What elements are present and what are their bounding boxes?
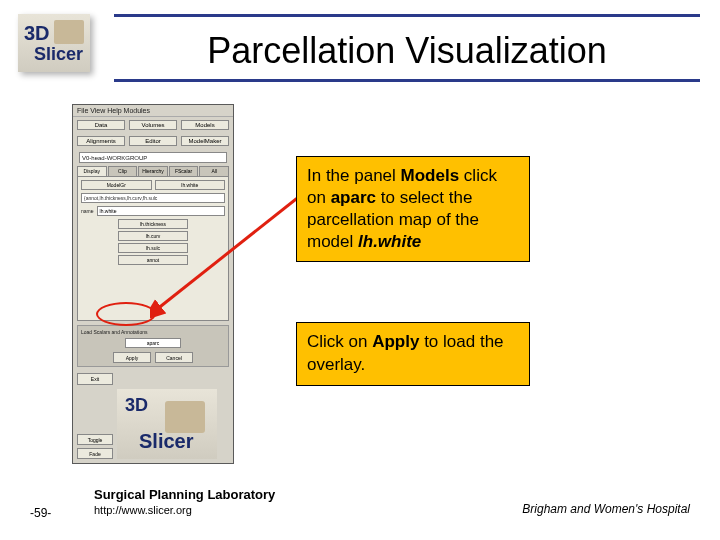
- lab-url: http://www.slicer.org: [94, 504, 275, 516]
- models-panel: ModelGr lh.white {annot,lh.thickness,lh.…: [77, 176, 229, 321]
- name-input[interactable]: lh.white: [97, 206, 225, 216]
- toggle-button[interactable]: Toggle: [77, 434, 113, 445]
- modelgr-selector[interactable]: ModelGr: [81, 180, 152, 190]
- footer-hospital: Brigham and Women's Hospital: [522, 502, 690, 516]
- slide-header: 3D Slicer Parcellation Visualization: [18, 14, 700, 82]
- logo-image-icon: [54, 20, 84, 44]
- slide-title: Parcellation Visualization: [114, 30, 700, 72]
- name-label: name: [81, 208, 94, 214]
- tab-hierarchy[interactable]: Hierarchy: [138, 166, 168, 176]
- footer-left: Surgical Planning Laboratory http://www.…: [94, 487, 275, 516]
- scalars-field[interactable]: {annot,lh.thickness,lh.curv,fh.sulc: [81, 193, 225, 203]
- tab-clip[interactable]: Clip: [108, 166, 138, 176]
- instruction-callout-1: In the panel Models click on aparc to se…: [296, 156, 530, 262]
- scalar-item[interactable]: lh.sulc: [118, 243, 188, 253]
- minilogo-text-top: 3D: [125, 395, 148, 416]
- minilogo-text-bottom: Slicer: [139, 430, 193, 453]
- scalar-item[interactable]: annot: [118, 255, 188, 265]
- scalar-item[interactable]: lh.thickness: [118, 219, 188, 229]
- volumes-button[interactable]: Volumes: [129, 120, 177, 130]
- tab-fscalar[interactable]: FScalar: [169, 166, 199, 176]
- editor-button[interactable]: Editor: [129, 136, 177, 146]
- cancel-button[interactable]: Cancel: [155, 352, 193, 363]
- app-bottom-section: Exit Toggle Fade 3D Slicer: [77, 373, 229, 459]
- tab-all[interactable]: All: [199, 166, 229, 176]
- slicer-logo: 3D Slicer: [18, 14, 90, 72]
- modelmaker-button[interactable]: ModelMaker: [181, 136, 229, 146]
- header-rule-top: [114, 14, 700, 17]
- workgroup-dropdown[interactable]: V0-head-WORKGROUP: [79, 152, 227, 163]
- logo-text-bottom: Slicer: [34, 45, 83, 63]
- slicer-logo-small: 3D Slicer: [117, 389, 217, 459]
- overlay-title: Load Scalars and Annotations: [81, 329, 225, 335]
- models-button[interactable]: Models: [181, 120, 229, 130]
- aparc-field[interactable]: aparc: [125, 338, 181, 348]
- app-menubar[interactable]: File View Help Modules: [73, 105, 233, 117]
- lab-name: Surgical Planning Laboratory: [94, 487, 275, 502]
- overlay-section: Load Scalars and Annotations aparc Apply…: [77, 325, 229, 367]
- header-rule-bottom: [114, 79, 700, 82]
- slicer-app-screenshot: File View Help Modules Data Volumes Mode…: [72, 104, 234, 464]
- scalar-item[interactable]: lh.curv: [118, 231, 188, 241]
- fade-button[interactable]: Fade: [77, 448, 113, 459]
- module-button-row-2: Alignments Editor ModelMaker: [73, 133, 233, 149]
- data-button[interactable]: Data: [77, 120, 125, 130]
- instruction-callout-2: Click on Apply to load the overlay.: [296, 322, 530, 386]
- scalar-list: lh.thickness lh.curv lh.sulc annot: [118, 219, 188, 265]
- tab-display[interactable]: Display: [77, 166, 107, 176]
- panel-tabs: Display Clip Hierarchy FScalar All: [77, 166, 229, 176]
- model-selector[interactable]: lh.white: [155, 180, 226, 190]
- logo-image-icon: [165, 401, 205, 433]
- module-button-row-1: Data Volumes Models: [73, 117, 233, 133]
- logo-text-top: 3D: [24, 23, 50, 43]
- apply-button[interactable]: Apply: [113, 352, 151, 363]
- alignments-button[interactable]: Alignments: [77, 136, 125, 146]
- exit-button[interactable]: Exit: [77, 373, 113, 385]
- page-number: -59-: [30, 506, 51, 520]
